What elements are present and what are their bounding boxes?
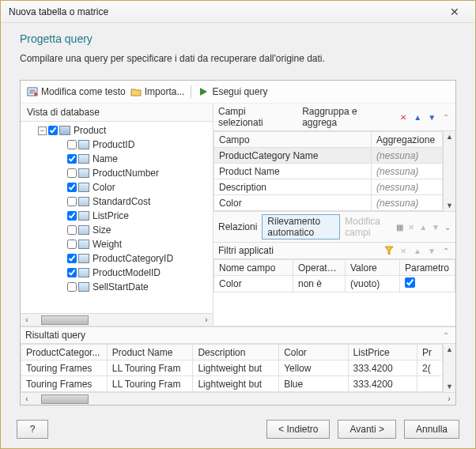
tree-item[interactable]: SellStartDate <box>21 280 213 294</box>
tree-root-checkbox[interactable] <box>48 126 58 135</box>
results-row[interactable]: Touring Frames LL Touring Fram Lightweig… <box>21 376 443 392</box>
expand-icon[interactable]: ⌄ <box>444 222 451 232</box>
results-grid[interactable]: ProductCategor... Product Name Descripti… <box>21 344 443 392</box>
tree-item-label: Size <box>91 224 111 236</box>
results-cell: Touring Frames <box>21 376 108 392</box>
tree-checkbox[interactable] <box>67 197 77 206</box>
tree-item-label: StandardCost <box>91 196 150 207</box>
scroll-left-icon[interactable]: ‹ <box>21 315 33 324</box>
delete-relation-icon[interactable]: ✕ <box>408 222 414 232</box>
tree-item[interactable]: StandardCost <box>21 194 213 209</box>
delete-filter-icon[interactable]: ✕ <box>399 246 408 255</box>
tree-root-label: Product <box>72 125 106 136</box>
scroll-down-icon[interactable]: ▼ <box>446 383 453 391</box>
field-row[interactable]: Description(nessuna) <box>214 179 443 195</box>
move-up-icon[interactable]: ▲ <box>419 222 427 232</box>
tree-checkbox[interactable] <box>67 254 77 263</box>
move-up-icon[interactable]: ▲ <box>413 112 422 122</box>
results-vscrollbar[interactable]: ▲ ▼ <box>443 344 455 392</box>
tree-item[interactable]: Name <box>21 152 213 166</box>
move-down-icon[interactable]: ▼ <box>427 246 436 255</box>
tree-item[interactable]: Weight <box>21 237 213 251</box>
selected-fields-grid[interactable]: Campo Aggregazione ProductCategory Name(… <box>213 131 443 211</box>
tree-item[interactable]: ProductModelID <box>21 266 213 280</box>
close-button[interactable]: ✕ <box>439 6 470 18</box>
tree-checkbox[interactable] <box>67 282 77 292</box>
tree-hscrollbar[interactable]: ‹ › <box>21 313 213 326</box>
scroll-right-icon[interactable]: › <box>200 315 213 324</box>
database-view-pane: Vista di database − Product ProductID Na… <box>21 104 213 326</box>
filter-param-checkbox[interactable] <box>405 277 415 288</box>
tree-item-label: ProductNumber <box>91 168 159 179</box>
field-row[interactable]: Product Name(nessuna) <box>214 164 443 179</box>
results-col[interactable]: Pr <box>417 345 442 360</box>
collapse-icon[interactable]: − <box>38 126 47 135</box>
delete-icon[interactable]: ✕ <box>399 112 408 122</box>
collapse-icon[interactable]: ⌃ <box>441 330 451 340</box>
filters-header: Filtri applicati ✕ ▲ ▼ ⌃ <box>213 243 455 259</box>
column-icon <box>78 211 89 221</box>
filter-icon[interactable] <box>384 246 394 255</box>
col-filter-op[interactable]: Operatore <box>293 260 346 276</box>
filters-grid[interactable]: Nome campo Operatore Valore Parametro Co… <box>213 259 455 292</box>
fields-vscrollbar[interactable]: ▲ ▼ <box>443 131 455 211</box>
results-col[interactable]: Description <box>193 345 279 360</box>
col-aggregation[interactable]: Aggregazione <box>372 132 443 148</box>
results-col[interactable]: ProductCategor... <box>21 345 108 360</box>
back-button[interactable]: < Indietro <box>266 420 330 439</box>
scroll-thumb[interactable] <box>41 315 89 325</box>
edit-fields-button[interactable]: Modifica campi <box>345 216 387 238</box>
tree-scroll[interactable]: − Product ProductID Name ProductNumber C… <box>21 122 213 313</box>
col-filter-param[interactable]: Parametro <box>400 260 455 276</box>
tree-checkbox[interactable] <box>67 211 77 221</box>
tree-item[interactable]: ProductNumber <box>21 166 213 180</box>
scroll-down-icon[interactable]: ▼ <box>446 202 453 209</box>
scroll-up-icon[interactable]: ▲ <box>446 345 453 353</box>
expand-icon[interactable]: ⌃ <box>441 246 451 255</box>
help-button[interactable]: ? <box>17 420 48 439</box>
results-row[interactable]: Touring Frames LL Touring Fram Lightweig… <box>21 360 443 376</box>
auto-detect-button[interactable]: Rilevamento automatico <box>262 214 340 240</box>
move-down-icon[interactable]: ▼ <box>427 112 436 122</box>
results-col[interactable]: Color <box>279 345 348 360</box>
tree-item[interactable]: ProductCategoryID <box>21 251 213 266</box>
tree-item[interactable]: ProductID <box>21 138 213 152</box>
tree-checkbox[interactable] <box>67 225 77 235</box>
field-row[interactable]: ProductCategory Name(nessuna) <box>214 148 443 164</box>
field-row[interactable]: Color(nessuna) <box>214 195 443 211</box>
folder-open-icon <box>130 86 142 97</box>
scroll-left-icon[interactable]: ‹ <box>21 394 33 403</box>
tree-checkbox[interactable] <box>67 183 77 192</box>
move-up-icon[interactable]: ▲ <box>413 246 422 255</box>
tree-checkbox[interactable] <box>67 268 77 277</box>
expand-icon[interactable]: ⌃ <box>441 112 451 122</box>
move-down-icon[interactable]: ▼ <box>432 222 440 232</box>
next-button[interactable]: Avanti > <box>338 420 395 439</box>
tree-checkbox[interactable] <box>67 168 77 178</box>
scroll-thumb[interactable] <box>41 394 89 404</box>
col-field[interactable]: Campo <box>214 132 372 148</box>
col-filter-val[interactable]: Valore <box>346 260 400 276</box>
column-icon <box>78 240 89 249</box>
results-col[interactable]: Product Name <box>107 345 193 360</box>
results-col[interactable]: ListPrice <box>348 345 417 360</box>
filter-row[interactable]: Color non è (vuoto) <box>214 276 455 292</box>
tree-checkbox[interactable] <box>67 140 77 149</box>
results-cell: Lightweight but <box>193 376 279 392</box>
scroll-up-icon[interactable]: ▲ <box>446 133 453 141</box>
edit-as-text-button[interactable]: Modifica come testo <box>27 86 126 97</box>
cancel-button[interactable]: Annulla <box>404 420 459 439</box>
import-button[interactable]: Importa... <box>130 86 185 97</box>
results-hscrollbar[interactable]: ‹ › <box>21 392 455 405</box>
col-filter-name[interactable]: Nome campo <box>214 260 293 276</box>
toolbar-separator <box>191 85 191 98</box>
tree-root[interactable]: − Product <box>21 123 213 138</box>
tree-checkbox[interactable] <box>67 240 77 249</box>
tree-item[interactable]: Color <box>21 180 213 194</box>
tree-item[interactable]: ListPrice <box>21 209 213 223</box>
tree-checkbox[interactable] <box>67 154 77 164</box>
add-relation-icon[interactable]: ▦ <box>396 222 403 232</box>
scroll-right-icon[interactable]: › <box>443 394 455 403</box>
run-query-button[interactable]: Esegui query <box>198 86 267 97</box>
tree-item[interactable]: Size <box>21 223 213 237</box>
